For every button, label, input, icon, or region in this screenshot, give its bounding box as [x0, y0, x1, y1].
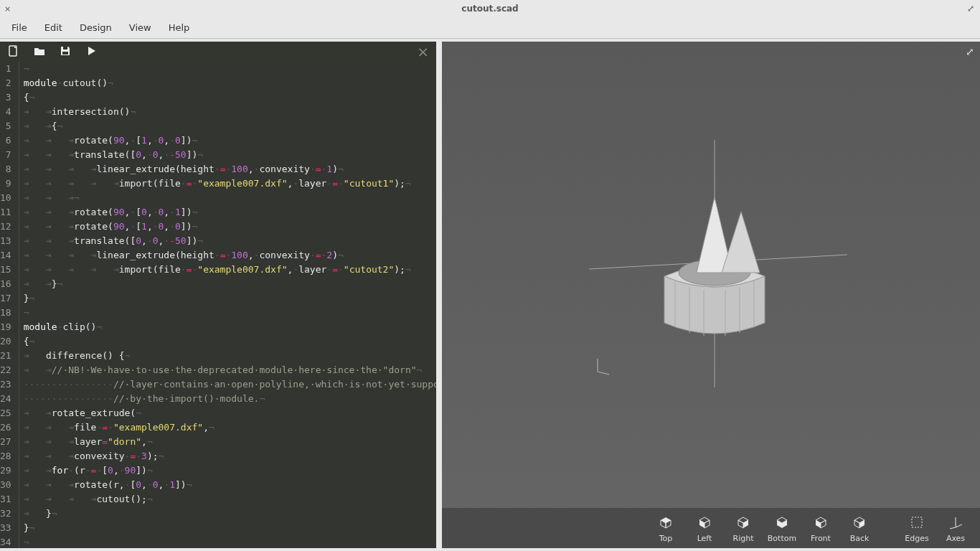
view-right-label: Right [733, 534, 754, 543]
view-top-button[interactable]: Top [650, 514, 682, 543]
menubar: File Edit Design View Help [0, 17, 980, 39]
svg-line-16 [956, 524, 962, 527]
cube-right-icon [735, 514, 752, 531]
save-file-icon[interactable] [59, 44, 73, 59]
view-bottom-label: Bottom [768, 534, 796, 543]
line-gutter: 1234567891011121314151617181920212223242… [0, 62, 19, 548]
rendered-model [553, 129, 869, 402]
editor-toolbar: × [0, 42, 436, 62]
toggle-edges-label: Edges [905, 534, 928, 543]
menu-help[interactable]: Help [161, 19, 197, 36]
editor-close-icon[interactable]: × [417, 43, 429, 60]
window-restore-icon[interactable]: ⤢ [967, 4, 974, 14]
menu-edit[interactable]: Edit [37, 19, 70, 36]
toggle-edges-button[interactable]: Edges [901, 514, 933, 543]
view-front-button[interactable]: Front [805, 514, 837, 543]
svg-rect-2 [62, 52, 68, 55]
viewer-pane: ⤢ [442, 42, 980, 548]
cube-front-icon [812, 514, 829, 531]
open-file-icon[interactable] [33, 44, 47, 59]
view-bottom-button[interactable]: Bottom [766, 514, 798, 543]
menu-view[interactable]: View [122, 19, 159, 36]
view-top-label: Top [659, 534, 673, 543]
svg-line-17 [950, 527, 956, 529]
expand-viewport-icon[interactable]: ⤢ [966, 46, 974, 57]
toggle-axes-button[interactable]: Axes [940, 514, 971, 543]
view-right-button[interactable]: Right [727, 514, 759, 543]
code-editor[interactable]: 1234567891011121314151617181920212223242… [0, 62, 436, 548]
view-left-button[interactable]: Left [689, 514, 720, 543]
cube-back-icon [851, 514, 868, 531]
window-close-icon[interactable]: × [4, 4, 11, 14]
cube-bottom-icon [773, 514, 791, 531]
workspace: × 12345678910111213141516171819202122232… [0, 39, 980, 551]
preview-icon[interactable] [85, 44, 99, 59]
svg-rect-14 [912, 517, 922, 527]
svg-line-13 [598, 372, 609, 375]
edges-icon [908, 514, 925, 531]
new-file-icon[interactable] [7, 44, 22, 59]
cube-left-icon [696, 514, 713, 531]
view-back-button[interactable]: Back [844, 514, 875, 543]
svg-rect-1 [63, 47, 67, 50]
titlebar: × cutout.scad ⤢ [0, 0, 980, 17]
menu-design[interactable]: Design [72, 19, 119, 36]
axes-icon [947, 514, 964, 531]
viewer-toolbar: Top Left Right Bottom Front Back [442, 508, 980, 548]
viewport-3d[interactable]: ⤢ [442, 42, 980, 508]
view-left-label: Left [697, 534, 712, 543]
cube-top-icon [657, 514, 674, 531]
view-back-label: Back [850, 534, 870, 543]
menu-file[interactable]: File [4, 19, 34, 36]
toggle-axes-label: Axes [946, 534, 965, 543]
editor-pane: × 12345678910111213141516171819202122232… [0, 42, 436, 548]
code-lines: ¬module·cutout()¬{¬⇥ ⇥intersection()¬⇥ ⇥… [19, 62, 436, 548]
window-title: cutout.scad [461, 4, 518, 14]
view-front-label: Front [811, 534, 831, 543]
